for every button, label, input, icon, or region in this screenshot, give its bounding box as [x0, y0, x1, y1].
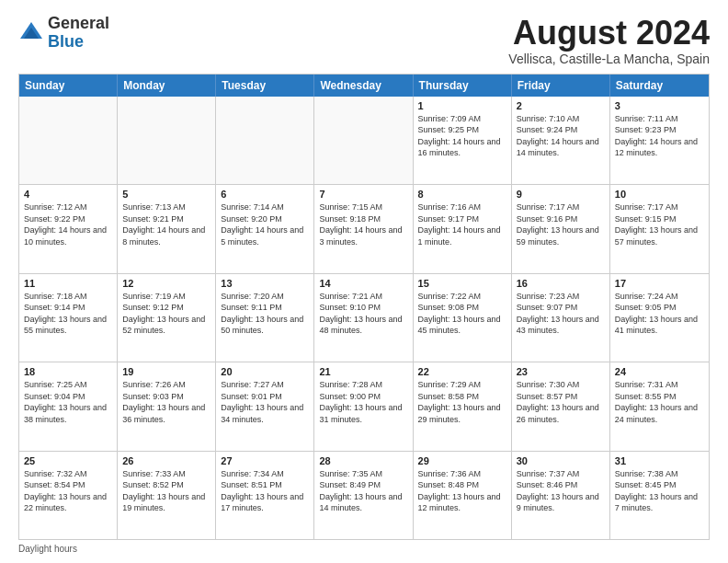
- day-number: 24: [615, 366, 704, 377]
- calendar-row-1: 4Sunrise: 7:12 AM Sunset: 9:22 PM Daylig…: [19, 184, 709, 272]
- day-number: 4: [24, 189, 112, 200]
- day-number: 8: [418, 189, 506, 200]
- day-number: 22: [418, 366, 506, 377]
- empty-cell-0-2: [216, 97, 314, 184]
- day-number: 26: [122, 455, 210, 466]
- weekday-header-wednesday: Wednesday: [314, 75, 413, 97]
- day-cell-15: 15Sunrise: 7:22 AM Sunset: 9:08 PM Dayli…: [414, 274, 512, 362]
- day-info: Sunrise: 7:17 AM Sunset: 9:15 PM Dayligh…: [615, 201, 704, 247]
- empty-cell-0-0: [19, 97, 118, 184]
- day-cell-20: 20Sunrise: 7:27 AM Sunset: 9:01 PM Dayli…: [216, 362, 314, 450]
- day-info: Sunrise: 7:16 AM Sunset: 9:17 PM Dayligh…: [418, 201, 506, 247]
- logo: General Blue: [18, 15, 109, 52]
- day-info: Sunrise: 7:38 AM Sunset: 8:45 PM Dayligh…: [615, 468, 704, 514]
- day-cell-1: 1Sunrise: 7:09 AM Sunset: 9:25 PM Daylig…: [414, 97, 512, 184]
- day-info: Sunrise: 7:17 AM Sunset: 9:16 PM Dayligh…: [517, 201, 605, 247]
- day-cell-31: 31Sunrise: 7:38 AM Sunset: 8:45 PM Dayli…: [610, 452, 709, 539]
- day-cell-30: 30Sunrise: 7:37 AM Sunset: 8:46 PM Dayli…: [512, 452, 610, 539]
- day-number: 2: [517, 100, 605, 111]
- day-info: Sunrise: 7:34 AM Sunset: 8:51 PM Dayligh…: [221, 468, 309, 514]
- day-cell-29: 29Sunrise: 7:36 AM Sunset: 8:48 PM Dayli…: [414, 452, 512, 539]
- weekday-header-tuesday: Tuesday: [216, 75, 314, 97]
- day-number: 12: [122, 278, 210, 289]
- day-number: 19: [122, 366, 210, 377]
- calendar-body: 1Sunrise: 7:09 AM Sunset: 9:25 PM Daylig…: [19, 97, 709, 539]
- empty-cell-0-3: [314, 97, 413, 184]
- day-cell-19: 19Sunrise: 7:26 AM Sunset: 9:03 PM Dayli…: [118, 362, 216, 450]
- day-number: 1: [418, 100, 506, 111]
- day-info: Sunrise: 7:10 AM Sunset: 9:24 PM Dayligh…: [517, 113, 605, 159]
- day-cell-7: 7Sunrise: 7:15 AM Sunset: 9:18 PM Daylig…: [314, 185, 413, 272]
- day-number: 11: [24, 278, 112, 289]
- month-title: August 2024: [508, 15, 710, 52]
- day-number: 10: [615, 189, 704, 200]
- day-info: Sunrise: 7:18 AM Sunset: 9:14 PM Dayligh…: [24, 291, 112, 337]
- day-info: Sunrise: 7:24 AM Sunset: 9:05 PM Dayligh…: [615, 291, 704, 337]
- calendar-row-0: 1Sunrise: 7:09 AM Sunset: 9:25 PM Daylig…: [19, 97, 709, 184]
- day-info: Sunrise: 7:11 AM Sunset: 9:23 PM Dayligh…: [615, 113, 704, 159]
- day-info: Sunrise: 7:21 AM Sunset: 9:10 PM Dayligh…: [319, 291, 407, 337]
- day-number: 25: [24, 455, 112, 466]
- day-cell-10: 10Sunrise: 7:17 AM Sunset: 9:15 PM Dayli…: [610, 185, 709, 272]
- day-cell-12: 12Sunrise: 7:19 AM Sunset: 9:12 PM Dayli…: [118, 274, 216, 362]
- logo-text: General Blue: [48, 15, 109, 52]
- day-number: 23: [517, 366, 605, 377]
- day-number: 9: [517, 189, 605, 200]
- day-info: Sunrise: 7:29 AM Sunset: 8:58 PM Dayligh…: [418, 379, 506, 425]
- day-info: Sunrise: 7:37 AM Sunset: 8:46 PM Dayligh…: [517, 468, 605, 514]
- day-info: Sunrise: 7:25 AM Sunset: 9:04 PM Dayligh…: [24, 379, 112, 425]
- day-number: 5: [122, 189, 210, 200]
- day-info: Sunrise: 7:14 AM Sunset: 9:20 PM Dayligh…: [221, 201, 309, 247]
- day-info: Sunrise: 7:31 AM Sunset: 8:55 PM Dayligh…: [615, 379, 704, 425]
- day-cell-6: 6Sunrise: 7:14 AM Sunset: 9:20 PM Daylig…: [216, 185, 314, 272]
- day-info: Sunrise: 7:28 AM Sunset: 9:00 PM Dayligh…: [319, 379, 407, 425]
- day-info: Sunrise: 7:35 AM Sunset: 8:49 PM Dayligh…: [319, 468, 407, 514]
- day-number: 16: [517, 278, 605, 289]
- day-cell-22: 22Sunrise: 7:29 AM Sunset: 8:58 PM Dayli…: [414, 362, 512, 450]
- weekday-header-saturday: Saturday: [610, 75, 709, 97]
- day-cell-23: 23Sunrise: 7:30 AM Sunset: 8:57 PM Dayli…: [512, 362, 610, 450]
- day-cell-2: 2Sunrise: 7:10 AM Sunset: 9:24 PM Daylig…: [512, 97, 610, 184]
- location-subtitle: Vellisca, Castille-La Mancha, Spain: [508, 52, 710, 66]
- weekday-header-friday: Friday: [512, 75, 610, 97]
- calendar: SundayMondayTuesdayWednesdayThursdayFrid…: [18, 74, 710, 540]
- header: General Blue August 2024 Vellisca, Casti…: [18, 15, 710, 66]
- calendar-header: SundayMondayTuesdayWednesdayThursdayFrid…: [19, 75, 709, 97]
- day-cell-17: 17Sunrise: 7:24 AM Sunset: 9:05 PM Dayli…: [610, 274, 709, 362]
- day-cell-27: 27Sunrise: 7:34 AM Sunset: 8:51 PM Dayli…: [216, 452, 314, 539]
- weekday-header-sunday: Sunday: [19, 75, 118, 97]
- page: General Blue August 2024 Vellisca, Casti…: [0, 0, 728, 563]
- footer-note: Daylight hours: [18, 544, 710, 554]
- day-info: Sunrise: 7:32 AM Sunset: 8:54 PM Dayligh…: [24, 468, 112, 514]
- title-block: August 2024 Vellisca, Castille-La Mancha…: [508, 15, 710, 66]
- day-number: 21: [319, 366, 407, 377]
- empty-cell-0-1: [118, 97, 216, 184]
- day-cell-24: 24Sunrise: 7:31 AM Sunset: 8:55 PM Dayli…: [610, 362, 709, 450]
- day-cell-9: 9Sunrise: 7:17 AM Sunset: 9:16 PM Daylig…: [512, 185, 610, 272]
- logo-icon: [18, 20, 44, 46]
- logo-general: General: [48, 14, 109, 32]
- day-info: Sunrise: 7:22 AM Sunset: 9:08 PM Dayligh…: [418, 291, 506, 337]
- day-number: 17: [615, 278, 704, 289]
- day-cell-28: 28Sunrise: 7:35 AM Sunset: 8:49 PM Dayli…: [314, 452, 413, 539]
- logo-blue: Blue: [48, 32, 84, 51]
- day-cell-25: 25Sunrise: 7:32 AM Sunset: 8:54 PM Dayli…: [19, 452, 118, 539]
- day-number: 6: [221, 189, 309, 200]
- day-cell-13: 13Sunrise: 7:20 AM Sunset: 9:11 PM Dayli…: [216, 274, 314, 362]
- day-info: Sunrise: 7:20 AM Sunset: 9:11 PM Dayligh…: [221, 291, 309, 337]
- day-info: Sunrise: 7:19 AM Sunset: 9:12 PM Dayligh…: [122, 291, 210, 337]
- day-cell-16: 16Sunrise: 7:23 AM Sunset: 9:07 PM Dayli…: [512, 274, 610, 362]
- weekday-header-monday: Monday: [118, 75, 216, 97]
- day-number: 14: [319, 278, 407, 289]
- day-cell-11: 11Sunrise: 7:18 AM Sunset: 9:14 PM Dayli…: [19, 274, 118, 362]
- day-number: 15: [418, 278, 506, 289]
- calendar-row-3: 18Sunrise: 7:25 AM Sunset: 9:04 PM Dayli…: [19, 362, 709, 450]
- day-number: 18: [24, 366, 112, 377]
- day-number: 7: [319, 189, 407, 200]
- day-info: Sunrise: 7:26 AM Sunset: 9:03 PM Dayligh…: [122, 379, 210, 425]
- calendar-row-4: 25Sunrise: 7:32 AM Sunset: 8:54 PM Dayli…: [19, 451, 709, 539]
- day-cell-26: 26Sunrise: 7:33 AM Sunset: 8:52 PM Dayli…: [118, 452, 216, 539]
- day-cell-18: 18Sunrise: 7:25 AM Sunset: 9:04 PM Dayli…: [19, 362, 118, 450]
- day-number: 27: [221, 455, 309, 466]
- day-info: Sunrise: 7:15 AM Sunset: 9:18 PM Dayligh…: [319, 201, 407, 247]
